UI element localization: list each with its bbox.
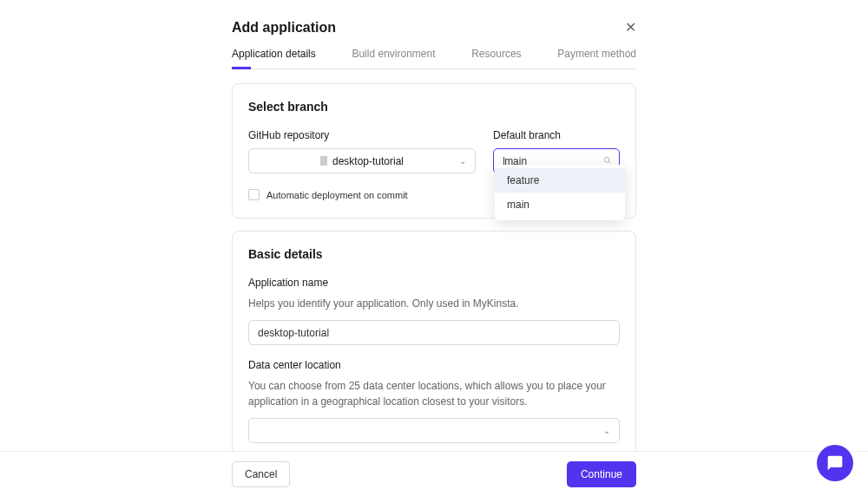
close-button[interactable]: ✕ xyxy=(625,19,636,36)
branch-option-feature[interactable]: feature xyxy=(495,168,625,193)
chevron-down-icon: ⌄ xyxy=(459,156,466,166)
continue-button[interactable]: Continue xyxy=(567,461,636,487)
basic-details-card: Basic details Application name Helps you… xyxy=(232,231,636,461)
location-label: Data center location xyxy=(248,359,620,371)
app-name-label: Application name xyxy=(248,277,620,289)
tab-build-environment[interactable]: Build environment xyxy=(352,48,435,69)
repo-select[interactable]: desktop-tutorial ⌄ xyxy=(248,148,476,173)
repo-label: GitHub repository xyxy=(248,129,476,141)
tab-payment-method[interactable]: Payment method xyxy=(557,48,636,69)
tab-application-details[interactable]: Application details xyxy=(232,48,316,69)
auto-deploy-label: Automatic deployment on commit xyxy=(266,190,408,200)
modal-title: Add application xyxy=(232,20,336,36)
basic-details-title: Basic details xyxy=(248,247,620,261)
branch-dropdown: feature main xyxy=(495,165,625,220)
svg-line-1 xyxy=(608,161,610,163)
tab-resources[interactable]: Resources xyxy=(471,48,521,69)
branch-option-main[interactable]: main xyxy=(495,193,625,217)
tabs-bar: Application details Build environment Re… xyxy=(232,48,636,69)
app-name-desc: Helps you identify your application. Onl… xyxy=(248,296,620,311)
chat-fab[interactable] xyxy=(817,445,853,481)
select-branch-title: Select branch xyxy=(248,100,620,114)
location-select[interactable]: ⌄ xyxy=(248,418,620,443)
chevron-down-icon: ⌄ xyxy=(603,426,610,435)
footer-bar: Cancel Continue xyxy=(0,451,868,496)
close-icon: ✕ xyxy=(625,20,636,35)
chat-icon xyxy=(826,454,844,472)
location-desc: You can choose from 25 data center locat… xyxy=(248,378,620,409)
svg-point-0 xyxy=(604,157,609,162)
cancel-button[interactable]: Cancel xyxy=(232,461,290,487)
auto-deploy-checkbox[interactable] xyxy=(248,189,260,200)
app-name-input[interactable] xyxy=(248,320,620,345)
branch-label: Default branch xyxy=(493,129,620,141)
repo-icon xyxy=(320,156,327,166)
repo-value: desktop-tutorial xyxy=(332,155,404,167)
